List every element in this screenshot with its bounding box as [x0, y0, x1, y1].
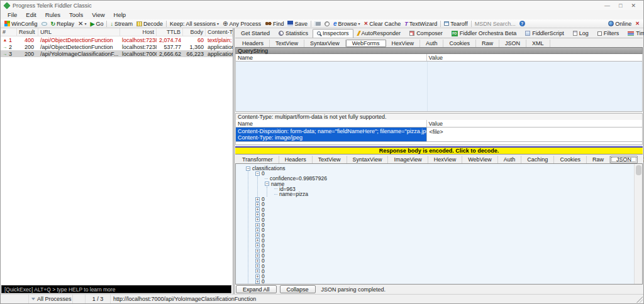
- session-column-header[interactable]: #: [1, 28, 17, 36]
- tab-fiddler-orchestra-beta[interactable]: Fiddler Orchestra Beta: [447, 29, 521, 38]
- minimize-button[interactable]: —: [604, 3, 610, 9]
- response-tab-auth[interactable]: Auth: [498, 156, 522, 163]
- expand-plus-icon[interactable]: [255, 274, 260, 279]
- expand-plus-icon[interactable]: [255, 238, 260, 242]
- winconfig-button[interactable]: WinConfig: [3, 19, 40, 28]
- response-tab-webview[interactable]: WebView: [462, 156, 498, 163]
- go-button[interactable]: ▶Go: [88, 19, 105, 28]
- request-tab-auth[interactable]: Auth: [420, 40, 444, 47]
- tab-composer[interactable]: Composer: [405, 29, 447, 38]
- screenshot-button[interactable]: [313, 19, 323, 28]
- expand-plus-icon[interactable]: [255, 259, 260, 263]
- session-column-header[interactable]: Body: [183, 28, 206, 36]
- expand-plus-icon[interactable]: [255, 243, 260, 247]
- tab-inspectors[interactable]: Inspectors: [313, 29, 353, 38]
- decode-button[interactable]: Decode: [135, 19, 165, 28]
- tree-node-leaf[interactable]: id=963: [274, 187, 634, 192]
- quickexec-input[interactable]: [QuickExec] ALT+Q > type HELP to learn m…: [1, 285, 231, 293]
- querystring-value-column[interactable]: Value: [427, 54, 642, 61]
- find-button[interactable]: Find: [263, 19, 286, 28]
- session-list-empty-area[interactable]: [1, 57, 233, 285]
- session-column-header[interactable]: URL: [38, 28, 120, 36]
- tree-node-collapsed[interactable]: 0: [255, 253, 634, 258]
- request-tab-json[interactable]: JSON: [499, 40, 526, 47]
- session-column-header[interactable]: Content-Type: [206, 28, 233, 36]
- stream-button[interactable]: ↓Stream: [108, 19, 135, 28]
- msdn-search-box[interactable]: MSDN Search...: [473, 19, 518, 28]
- expand-plus-icon[interactable]: [255, 264, 260, 268]
- tab-fiddlerscript[interactable]: FiddlerScript: [521, 29, 569, 38]
- request-tab-hexview[interactable]: HexView: [386, 40, 420, 47]
- tree-node-collapsed[interactable]: 0: [255, 212, 634, 217]
- response-tab-raw[interactable]: Raw: [587, 156, 610, 163]
- expand-plus-icon[interactable]: [255, 197, 260, 202]
- any-process-button[interactable]: ⊕Any Process: [221, 19, 263, 28]
- expand-plus-icon[interactable]: [255, 280, 260, 284]
- tree-node-collapsed[interactable]: 0: [255, 202, 634, 207]
- status-capture-cell[interactable]: [1, 295, 29, 303]
- table-row[interactable]: →2 200 /api/ObjectDetectionFunction loca…: [1, 43, 233, 50]
- keep-sessions-dropdown[interactable]: Keep: All sessions▾: [168, 19, 221, 28]
- request-tab-webforms[interactable]: WebForms: [346, 40, 386, 47]
- tree-node-leaf[interactable]: confidence=0.99857926: [265, 176, 634, 181]
- expand-plus-icon[interactable]: [255, 228, 260, 232]
- tree-node-collapsed[interactable]: 0: [255, 222, 634, 227]
- tab-get-started[interactable]: Get Started: [236, 29, 274, 38]
- tree-node-leaf[interactable]: name=pizza: [274, 192, 634, 197]
- table-row[interactable]: ▲1 400 /api/ObjectDetectionFunction loca…: [1, 36, 233, 43]
- tree-node-collapsed[interactable]: 0: [255, 269, 634, 274]
- menu-item-edit[interactable]: Edit: [21, 11, 40, 19]
- request-tab-syntaxview[interactable]: SyntaxView: [304, 40, 346, 47]
- expand-plus-icon[interactable]: [255, 223, 260, 227]
- menu-item-tools[interactable]: Tools: [65, 11, 87, 19]
- menu-item-file[interactable]: File: [3, 11, 21, 19]
- collapse-minus-icon[interactable]: [255, 171, 260, 176]
- response-tab-json[interactable]: JSON: [610, 156, 638, 163]
- expand-plus-icon[interactable]: [255, 217, 260, 222]
- tree-node-expanded[interactable]: name: [265, 182, 634, 187]
- online-indicator[interactable]: Online: [606, 19, 633, 28]
- tree-node-collapsed[interactable]: 0: [255, 274, 634, 279]
- tearoff-button[interactable]: Tearoff: [442, 19, 469, 28]
- response-tab-transformer[interactable]: Transformer: [236, 156, 279, 163]
- scrollbar-thumb[interactable]: [636, 165, 641, 175]
- expand-plus-icon[interactable]: [255, 202, 260, 207]
- querystring-grid-body[interactable]: [235, 62, 643, 112]
- request-tab-raw[interactable]: Raw: [476, 40, 499, 47]
- body-part-row[interactable]: Content-Disposition: form-data; name="fi…: [235, 128, 643, 142]
- tree-node-collapsed[interactable]: 0: [255, 264, 634, 269]
- response-tab-syntaxview[interactable]: SyntaxView: [347, 156, 389, 163]
- replay-button[interactable]: ↻Replay: [49, 19, 77, 28]
- comment-button[interactable]: [40, 19, 49, 28]
- tree-node-collapsed[interactable]: 0: [255, 197, 634, 202]
- response-tab-textview[interactable]: TextView: [313, 156, 347, 163]
- encoded-response-banner[interactable]: Response body is encoded. Click to decod…: [235, 146, 643, 155]
- expand-plus-icon[interactable]: [255, 212, 260, 217]
- response-tab-imageview[interactable]: ImageView: [388, 156, 428, 163]
- tree-node-root[interactable]: classifications: [246, 166, 634, 171]
- response-tab-xml[interactable]: XML: [638, 156, 644, 163]
- tab-statistics[interactable]: Statistics: [274, 29, 313, 38]
- tree-node-collapsed[interactable]: 0: [255, 243, 634, 248]
- save-button[interactable]: Save: [286, 19, 309, 28]
- session-column-header[interactable]: Host: [120, 28, 157, 36]
- collapse-button[interactable]: Collapse: [280, 285, 316, 293]
- maximize-button[interactable]: □: [619, 3, 622, 9]
- clear-cache-button[interactable]: ✕Clear Cache: [362, 19, 403, 28]
- tree-node-collapsed[interactable]: 0: [255, 258, 634, 263]
- request-tab-xml[interactable]: XML: [526, 40, 550, 47]
- tree-node-collapsed[interactable]: 0: [255, 279, 634, 284]
- expand-all-button[interactable]: Expand All: [236, 285, 277, 293]
- menu-item-help[interactable]: Help: [109, 11, 131, 19]
- close-button[interactable]: ✕: [631, 3, 636, 9]
- collapse-minus-icon[interactable]: [246, 166, 250, 171]
- tab-timeline[interactable]: Timeline: [623, 29, 644, 38]
- expand-plus-icon[interactable]: [255, 233, 260, 237]
- vertical-scrollbar[interactable]: [634, 164, 642, 284]
- textwizard-button[interactable]: TTextWizard: [402, 19, 439, 28]
- table-row[interactable]: →3 200 /api/YoloImageClassificationF... …: [1, 50, 233, 57]
- response-tab-caching[interactable]: Caching: [521, 156, 554, 163]
- querystring-name-column[interactable]: Name: [236, 54, 427, 61]
- body-value-column[interactable]: Value: [427, 120, 642, 127]
- body-name-column[interactable]: Name: [236, 120, 427, 127]
